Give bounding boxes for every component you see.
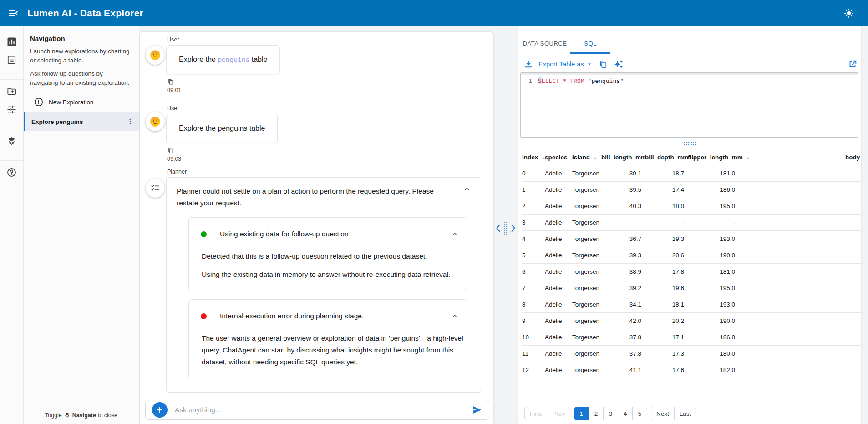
- collapse-left-icon[interactable]: [495, 224, 501, 232]
- sidebar-title: Navigation: [30, 35, 132, 42]
- avatar-user-2: [146, 112, 165, 131]
- help-icon[interactable]: [6, 167, 17, 178]
- copy-icon[interactable]: [167, 147, 174, 154]
- sun-theme-icon[interactable]: [842, 6, 856, 20]
- column-header-flipper_length_mm[interactable]: flipper_length_mm▲: [688, 150, 739, 165]
- table-row[interactable]: 7AdelieTorgersen39.219.6195.0: [522, 280, 861, 296]
- table-cell: 0: [522, 165, 545, 181]
- rail-divider: [0, 160, 24, 161]
- document-icon[interactable]: [6, 55, 17, 66]
- sidebar-item-explore-penguins[interactable]: Explore penguins: [24, 112, 139, 131]
- send-icon[interactable]: [472, 404, 482, 415]
- table-cell: [739, 312, 861, 329]
- navigation-sidebar: Navigation Launch new explorations by ch…: [24, 26, 139, 424]
- column-header-island[interactable]: island▲: [572, 150, 601, 165]
- table-cell: [739, 263, 861, 280]
- page-button-5[interactable]: 5: [632, 407, 647, 420]
- table-cell: 8: [522, 296, 545, 312]
- planner-step-header[interactable]: Internal execution error during planning…: [197, 308, 458, 324]
- open-in-new-icon[interactable]: [848, 59, 858, 69]
- new-folder-icon[interactable]: [6, 86, 17, 97]
- table-row[interactable]: 4AdelieTorgersen36.719.3193.0: [522, 230, 861, 247]
- sql-line: 1 SELECT * FROM "penguins": [521, 75, 858, 86]
- editor-resize-handle[interactable]: [684, 142, 696, 145]
- copy-icon[interactable]: [167, 78, 174, 85]
- table-row[interactable]: 5AdelieTorgersen39.320.6190.0: [522, 247, 861, 263]
- column-header-bill_length_mm[interactable]: bill_length_mm▲: [601, 150, 645, 165]
- table-cell: 9: [522, 312, 545, 329]
- sort-asc-icon: ▲: [593, 156, 597, 160]
- chevron-up-icon[interactable]: [451, 230, 458, 238]
- planner-step-header[interactable]: Using existing data for follow-up questi…: [197, 226, 458, 242]
- collapse-right-icon[interactable]: [510, 224, 516, 232]
- table-cell: Torgersen: [572, 165, 601, 181]
- sort-asc-icon: ▲: [746, 156, 750, 160]
- sql-code[interactable]: SELECT * FROM "penguins": [538, 76, 624, 86]
- download-icon[interactable]: [524, 60, 533, 69]
- layers-icon[interactable]: [6, 136, 17, 147]
- page-button-last[interactable]: Last: [674, 407, 697, 420]
- table-row[interactable]: 6AdelieTorgersen38.917.8181.0: [522, 263, 861, 280]
- table-row[interactable]: 1AdelieTorgersen39.517.4186.0: [522, 181, 861, 198]
- page-button-next[interactable]: Next: [651, 407, 675, 420]
- caret-down-icon[interactable]: [587, 61, 592, 67]
- message-text: Explore the penguins table: [179, 124, 265, 132]
- menu-open-icon[interactable]: [5, 5, 21, 21]
- table-cell: 195.0: [688, 198, 739, 214]
- planner-step-paragraph: Detected that this is a follow-up questi…: [202, 250, 463, 262]
- table-row[interactable]: 10AdelieTorgersen37.817.1186.0: [522, 329, 861, 345]
- new-exploration-label: New Exploration: [49, 99, 93, 106]
- table-row[interactable]: 12AdelieTorgersen41.117.6182.0: [522, 362, 861, 378]
- new-exploration-button[interactable]: New Exploration: [30, 97, 132, 107]
- column-header-index[interactable]: index▲: [522, 150, 545, 165]
- page-button-2[interactable]: 2: [589, 407, 604, 420]
- kebab-menu-icon[interactable]: [126, 117, 134, 126]
- chevron-up-icon[interactable]: [463, 185, 471, 193]
- sql-editor[interactable]: 1 SELECT * FROM "penguins": [520, 72, 858, 138]
- table-cell: 20.2: [645, 312, 688, 329]
- tune-icon[interactable]: [6, 104, 17, 115]
- copy-icon[interactable]: [599, 60, 608, 69]
- page-button-3[interactable]: 3: [603, 407, 618, 420]
- planner-summary-row[interactable]: Planner could not settle on a plan of ac…: [177, 185, 471, 209]
- table-cell: Torgersen: [572, 263, 601, 280]
- page-button-4[interactable]: 4: [618, 407, 633, 420]
- table-footer-divider: [522, 400, 856, 400]
- planner-step-card: Internal execution error during planning…: [188, 299, 467, 378]
- table-cell: 5: [522, 247, 545, 263]
- sparkles-icon[interactable]: [614, 60, 623, 69]
- add-attachment-button[interactable]: [152, 402, 168, 418]
- analytics-icon[interactable]: [6, 36, 17, 47]
- chevron-up-icon[interactable]: [451, 312, 458, 320]
- column-header-species[interactable]: species▲: [545, 150, 572, 165]
- tab-sql[interactable]: SQL: [570, 35, 610, 54]
- table-row[interactable]: 11AdelieTorgersen37.817.3180.0: [522, 345, 861, 362]
- column-header-bill_depth_mm[interactable]: bill_depth_mm▲: [645, 150, 688, 165]
- table-cell: Torgersen: [572, 296, 601, 312]
- page-button-first[interactable]: First: [524, 407, 547, 420]
- table-cell: 39.2: [601, 280, 645, 296]
- table-cell: [739, 247, 861, 263]
- table-row[interactable]: 2AdelieTorgersen40.318.0195.0: [522, 198, 861, 214]
- column-header-body_mass_g[interactable]: body_mass_g▲: [739, 150, 861, 165]
- page-button-prev[interactable]: Prev: [547, 407, 570, 420]
- table-cell: Adelie: [545, 362, 572, 378]
- export-table-as-label[interactable]: Export Table as: [538, 61, 584, 68]
- splitter-drag-handle[interactable]: [503, 221, 508, 235]
- page-button-1[interactable]: 1: [574, 407, 589, 420]
- column-label: index: [522, 154, 538, 161]
- table-cell: Adelie: [545, 198, 572, 214]
- planner-step-title: Internal execution error during planning…: [220, 312, 364, 320]
- table-cell: 40.3: [601, 198, 645, 214]
- table-row[interactable]: 8AdelieTorgersen34.118.1193.0: [522, 296, 861, 312]
- sql-token-string: "penguins": [588, 77, 624, 84]
- table-cell: Adelie: [545, 312, 572, 329]
- table-row[interactable]: 0AdelieTorgersen39.118.7181.0: [522, 165, 861, 181]
- chat-input[interactable]: [175, 406, 472, 414]
- table-cell: -: [645, 214, 688, 230]
- planner-step-paragraph: The user wants a general overview or exp…: [202, 332, 463, 368]
- tab-data-source[interactable]: DATA SOURCE: [519, 35, 570, 54]
- pagination-group: FirstPrev: [524, 407, 570, 420]
- table-row[interactable]: 9AdelieTorgersen42.020.2190.0: [522, 312, 861, 329]
- table-row[interactable]: 3AdelieTorgersen---: [522, 214, 861, 230]
